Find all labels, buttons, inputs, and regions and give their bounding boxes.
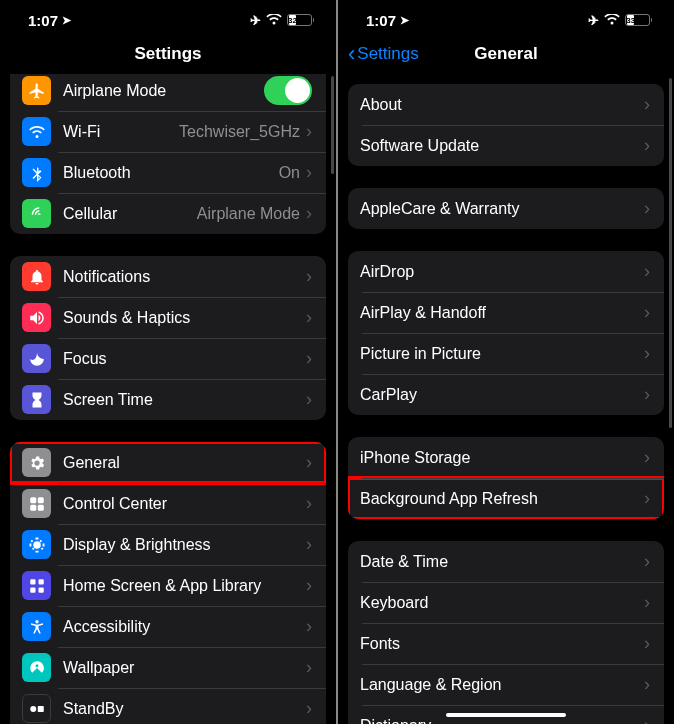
back-button[interactable]: ‹ Settings bbox=[348, 43, 419, 65]
airplane-status-icon: ✈︎ bbox=[250, 13, 261, 28]
row-bluetooth[interactable]: Bluetooth On › bbox=[10, 152, 326, 193]
general-icon bbox=[22, 448, 51, 477]
svg-rect-7 bbox=[38, 587, 43, 592]
chevron-icon: › bbox=[644, 551, 650, 572]
row-wifi[interactable]: Wi-Fi Techwiser_5GHz › bbox=[10, 111, 326, 152]
svg-point-8 bbox=[35, 620, 38, 623]
status-bar: 1:07 ➤ ✈︎ 32 bbox=[0, 0, 336, 36]
row-language[interactable]: Language & Region› bbox=[348, 664, 664, 705]
chevron-icon: › bbox=[306, 121, 312, 142]
svg-rect-6 bbox=[30, 587, 35, 592]
row-background-app-refresh[interactable]: Background App Refresh› bbox=[348, 478, 664, 519]
svg-point-9 bbox=[30, 706, 36, 712]
row-label: Background App Refresh bbox=[360, 490, 644, 508]
scroll-indicator[interactable] bbox=[331, 76, 334, 174]
focus-icon bbox=[22, 344, 51, 373]
row-keyboard[interactable]: Keyboard› bbox=[348, 582, 664, 623]
row-label: Bluetooth bbox=[63, 164, 279, 182]
row-fonts[interactable]: Fonts› bbox=[348, 623, 664, 664]
row-control-center[interactable]: Control Center › bbox=[10, 483, 326, 524]
row-label: Accessibility bbox=[63, 618, 306, 636]
chevron-left-icon: ‹ bbox=[348, 43, 355, 65]
scroll-indicator[interactable] bbox=[669, 78, 672, 428]
status-time: 1:07 bbox=[28, 12, 58, 29]
wallpaper-icon bbox=[22, 653, 51, 682]
general-list[interactable]: About› Software Update› AppleCare & Warr… bbox=[338, 74, 674, 724]
chevron-icon: › bbox=[644, 488, 650, 509]
row-home-screen[interactable]: Home Screen & App Library › bbox=[10, 565, 326, 606]
row-label: Date & Time bbox=[360, 553, 644, 571]
svg-rect-10 bbox=[37, 706, 43, 712]
chevron-icon: › bbox=[306, 452, 312, 473]
row-label: CarPlay bbox=[360, 386, 644, 404]
group-applecare: AppleCare & Warranty› bbox=[348, 188, 664, 229]
chevron-icon: › bbox=[306, 348, 312, 369]
row-label: Cellular bbox=[63, 205, 197, 223]
page-title: Settings bbox=[134, 44, 201, 64]
row-airplane-mode[interactable]: Airplane Mode bbox=[10, 74, 326, 111]
bluetooth-icon bbox=[22, 158, 51, 187]
row-label: About bbox=[360, 96, 644, 114]
chevron-icon: › bbox=[306, 657, 312, 678]
group-about: About› Software Update› bbox=[348, 84, 664, 166]
svg-rect-4 bbox=[30, 579, 35, 584]
row-label: Notifications bbox=[63, 268, 306, 286]
group-connectivity: Airplane Mode Wi-Fi Techwiser_5GHz › Blu… bbox=[10, 74, 326, 234]
row-wallpaper[interactable]: Wallpaper › bbox=[10, 647, 326, 688]
row-value: On bbox=[279, 164, 300, 182]
chevron-icon: › bbox=[306, 307, 312, 328]
row-label: Focus bbox=[63, 350, 306, 368]
row-standby[interactable]: StandBy › bbox=[10, 688, 326, 724]
row-general[interactable]: General › bbox=[10, 442, 326, 483]
row-label: Wi-Fi bbox=[63, 123, 179, 141]
row-screen-time[interactable]: Screen Time › bbox=[10, 379, 326, 420]
chevron-icon: › bbox=[644, 633, 650, 654]
chevron-icon: › bbox=[644, 592, 650, 613]
page-title: General bbox=[474, 44, 537, 64]
row-label: Airplane Mode bbox=[63, 82, 264, 100]
row-storage[interactable]: iPhone Storage› bbox=[348, 437, 664, 478]
airplane-status-icon: ✈︎ bbox=[588, 13, 599, 28]
airplane-toggle[interactable] bbox=[264, 76, 312, 105]
row-cellular[interactable]: Cellular Airplane Mode › bbox=[10, 193, 326, 234]
chevron-icon: › bbox=[306, 575, 312, 596]
row-label: General bbox=[63, 454, 306, 472]
chevron-icon: › bbox=[644, 302, 650, 323]
settings-list[interactable]: Airplane Mode Wi-Fi Techwiser_5GHz › Blu… bbox=[0, 74, 336, 724]
row-date-time[interactable]: Date & Time› bbox=[348, 541, 664, 582]
chevron-icon: › bbox=[306, 698, 312, 719]
row-software-update[interactable]: Software Update› bbox=[348, 125, 664, 166]
location-icon: ➤ bbox=[62, 14, 71, 27]
row-display[interactable]: Display & Brightness › bbox=[10, 524, 326, 565]
chevron-icon: › bbox=[644, 674, 650, 695]
row-airplay[interactable]: AirPlay & Handoff› bbox=[348, 292, 664, 333]
row-label: AirDrop bbox=[360, 263, 644, 281]
row-label: Wallpaper bbox=[63, 659, 306, 677]
chevron-icon: › bbox=[306, 389, 312, 410]
row-focus[interactable]: Focus › bbox=[10, 338, 326, 379]
row-label: iPhone Storage bbox=[360, 449, 644, 467]
chevron-icon: › bbox=[644, 94, 650, 115]
wifi-status-icon bbox=[266, 12, 282, 29]
row-applecare[interactable]: AppleCare & Warranty› bbox=[348, 188, 664, 229]
wifi-icon bbox=[22, 117, 51, 146]
home-indicator[interactable] bbox=[446, 713, 566, 717]
row-label: Control Center bbox=[63, 495, 306, 513]
row-about[interactable]: About› bbox=[348, 84, 664, 125]
display-icon bbox=[22, 530, 51, 559]
cellular-icon bbox=[22, 199, 51, 228]
svg-rect-3 bbox=[37, 504, 43, 510]
status-time: 1:07 bbox=[366, 12, 396, 29]
row-label: Sounds & Haptics bbox=[63, 309, 306, 327]
row-notifications[interactable]: Notifications › bbox=[10, 256, 326, 297]
row-pip[interactable]: Picture in Picture› bbox=[348, 333, 664, 374]
row-carplay[interactable]: CarPlay› bbox=[348, 374, 664, 415]
row-label: Picture in Picture bbox=[360, 345, 644, 363]
nav-bar: ‹ Settings General bbox=[338, 36, 674, 72]
chevron-icon: › bbox=[644, 198, 650, 219]
svg-rect-1 bbox=[37, 497, 43, 503]
row-sounds[interactable]: Sounds & Haptics › bbox=[10, 297, 326, 338]
back-label: Settings bbox=[357, 44, 418, 64]
row-accessibility[interactable]: Accessibility › bbox=[10, 606, 326, 647]
row-airdrop[interactable]: AirDrop› bbox=[348, 251, 664, 292]
